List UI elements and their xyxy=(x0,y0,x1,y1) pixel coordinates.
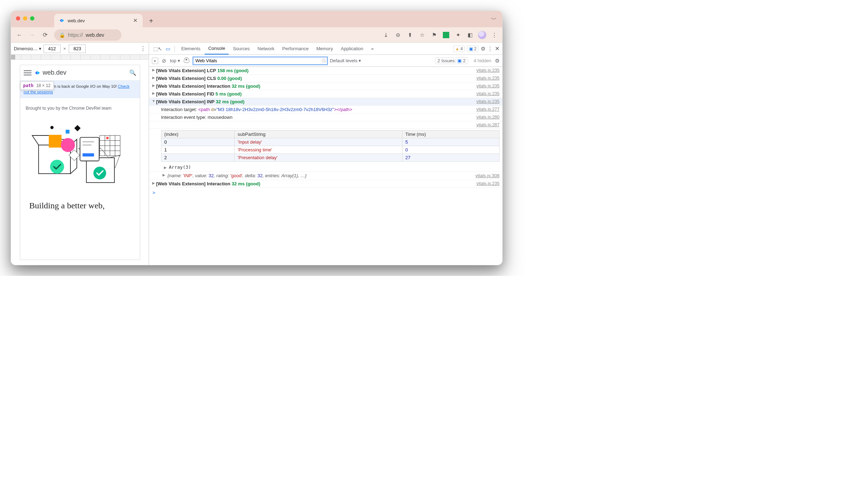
puzzle-icon[interactable]: ✦ xyxy=(453,30,463,40)
console-table: (index)subPartStringTime (ms)0'Input del… xyxy=(161,130,499,162)
source-link[interactable]: vitals.js:235 xyxy=(473,91,499,96)
svg-point-18 xyxy=(106,137,108,139)
source-link[interactable]: vitals.js:235 xyxy=(473,181,499,186)
settings-gear-icon[interactable]: ⚙ xyxy=(481,46,485,52)
device-mode-icon[interactable]: ▭ xyxy=(164,46,172,52)
disclosure-triangle-icon[interactable]: ▼ xyxy=(151,99,156,103)
tab-close-icon[interactable]: ✕ xyxy=(133,17,138,24)
profile-avatar[interactable] xyxy=(477,30,487,40)
tab-network[interactable]: Network xyxy=(254,43,278,54)
nav-reload-button[interactable]: ⟳ xyxy=(39,29,51,41)
context-dropdown[interactable]: top xyxy=(170,58,180,63)
log-levels-dropdown[interactable]: Default levels xyxy=(330,58,361,63)
browser-titlebar: web.dev ✕ + ﹀ xyxy=(11,11,502,27)
traffic-close[interactable] xyxy=(16,16,20,21)
source-link[interactable]: vitals.js:235 xyxy=(473,83,499,88)
console-filter-input[interactable] xyxy=(193,57,327,65)
url-host: web.dev xyxy=(86,32,104,38)
favicon-webdev xyxy=(59,18,65,23)
search-icon[interactable]: 🔍 xyxy=(129,69,136,76)
warnings-badge[interactable]: ▲4 xyxy=(453,46,465,52)
disclosure-triangle-icon[interactable]: ▶ xyxy=(151,91,156,95)
responsive-viewport: web.dev 🔍 path 18 × 12 The Chrome team i… xyxy=(20,65,140,260)
svg-point-20 xyxy=(50,160,64,174)
devtools-close-icon[interactable]: ✕ xyxy=(495,45,499,52)
tab-title: web.dev xyxy=(68,18,85,23)
disclosure-triangle-icon[interactable]: ▶ xyxy=(162,173,167,178)
console-row[interactable]: ▶[Web Vitals Extension] FID 5 ms (good)v… xyxy=(149,90,502,98)
console-row[interactable]: ▶[Web Vitals Extension] CLS 0.00 (good)v… xyxy=(149,75,502,82)
zoom-icon[interactable]: ⊖ xyxy=(393,30,403,40)
disclosure-triangle-icon[interactable]: ▶ xyxy=(151,76,156,80)
devtools-panel: ⬚↖ ▭ Elements Console Sources Network Pe… xyxy=(149,43,502,265)
console-prompt[interactable]: > xyxy=(149,188,502,197)
console-row[interactable]: ▶[Web Vitals Extension] Interaction 32 m… xyxy=(149,180,502,188)
console-settings-icon[interactable]: ⚙ xyxy=(495,58,499,64)
devtools-tabs: ⬚↖ ▭ Elements Console Sources Network Pe… xyxy=(149,43,502,55)
source-link[interactable]: vitals.js:235 xyxy=(473,68,499,73)
clear-console-icon[interactable]: ⊘ xyxy=(162,58,166,64)
source-link[interactable]: vitals.js:308 xyxy=(475,173,499,178)
disclosure-triangle-icon[interactable]: ▶ xyxy=(151,68,156,72)
tab-application[interactable]: Application xyxy=(337,43,367,54)
traffic-minimize[interactable] xyxy=(23,16,27,21)
device-toolbar-menu-icon[interactable]: ⋮ xyxy=(140,45,146,52)
tab-sources[interactable]: Sources xyxy=(229,43,253,54)
tab-performance[interactable]: Performance xyxy=(279,43,312,54)
svg-rect-3 xyxy=(65,130,69,134)
dimensions-dropdown[interactable]: Dimensio… xyxy=(14,46,41,51)
devtools-menu-icon[interactable]: ⋮ xyxy=(487,46,493,52)
traffic-maximize[interactable] xyxy=(30,16,34,21)
height-input[interactable] xyxy=(69,45,86,53)
disclosure-triangle-icon[interactable]: ▶ xyxy=(151,181,156,185)
tabs-chevron-icon[interactable]: ﹀ xyxy=(491,16,497,23)
console-output: ▶[Web Vitals Extension] LCP 158 ms (good… xyxy=(149,67,502,265)
share-icon[interactable]: ⬆︎ xyxy=(405,30,415,40)
hero-illustration xyxy=(26,116,134,193)
issues-badge[interactable]: 2 Issues: ▣ 2 xyxy=(435,57,468,64)
url-bar: ← → ⟳ 🔒 https://web.dev ⤓ ⊖ ⬆︎ ☆ ⚑ ✦ ◧ ⋮ xyxy=(11,27,502,43)
nav-back-button[interactable]: ← xyxy=(14,29,25,41)
console-row[interactable]: ▶[Web Vitals Extension] LCP 158 ms (good… xyxy=(149,67,502,75)
console-row[interactable]: ▼[Web Vitals Extension] INP 32 ms (good)… xyxy=(149,98,502,106)
source-link[interactable]: vitals.js:287 xyxy=(476,122,499,127)
devrel-line: Brought to you by the Chrome DevRel team xyxy=(26,106,134,111)
clear-filter-icon[interactable]: ⓧ xyxy=(322,58,326,64)
new-tab-button[interactable]: + xyxy=(146,15,156,27)
inspect-picker-icon[interactable]: ⬚↖ xyxy=(152,46,164,52)
source-link[interactable]: vitals.js:235 xyxy=(473,76,499,81)
browser-menu-icon[interactable]: ⋮ xyxy=(489,30,499,40)
preview-header: web.dev 🔍 xyxy=(20,65,140,81)
live-expression-icon[interactable] xyxy=(184,57,189,64)
messages-badge[interactable]: ▣2 xyxy=(467,46,479,52)
tab-memory[interactable]: Memory xyxy=(313,43,337,54)
preview-logo[interactable]: web.dev xyxy=(34,69,67,76)
source-link[interactable]: vitals.js:280 xyxy=(476,115,499,120)
bookmark-icon[interactable]: ☆ xyxy=(417,30,427,40)
device-toolbar-panel: Dimensio… × ⋮ web.dev 🔍 xyxy=(11,43,149,265)
tab-console[interactable]: Console xyxy=(205,43,229,54)
download-icon[interactable]: ⤓ xyxy=(381,30,391,40)
url-prefix: https:// xyxy=(68,32,83,38)
extension-green-icon[interactable] xyxy=(441,30,451,40)
width-input[interactable] xyxy=(44,45,61,53)
nav-forward-button[interactable]: → xyxy=(27,29,38,41)
disclosure-triangle-icon[interactable]: ▶ xyxy=(151,83,156,87)
disclosure-triangle-icon[interactable]: ▶ xyxy=(164,166,167,169)
omnibox[interactable]: 🔒 https://web.dev xyxy=(54,29,121,41)
sidepanel-icon[interactable]: ◧ xyxy=(465,30,475,40)
tab-elements[interactable]: Elements xyxy=(178,43,204,54)
source-link[interactable]: vitals.js:235 xyxy=(473,99,499,104)
console-row[interactable]: ▶[Web Vitals Extension] Interaction 32 m… xyxy=(149,82,502,90)
source-link[interactable]: vitals.js:277 xyxy=(476,107,499,112)
console-sidebar-toggle[interactable]: ▸ xyxy=(152,58,158,64)
svg-rect-5 xyxy=(74,125,80,132)
tabs-more-icon[interactable]: » xyxy=(367,43,377,54)
browser-tab[interactable]: web.dev ✕ xyxy=(54,14,143,27)
ruler xyxy=(11,55,149,60)
preview-headline: Building a better web, xyxy=(29,201,131,211)
console-toolbar: ▸ ⊘ top ⓧ Default levels 2 Issues: ▣ 2 4… xyxy=(149,55,502,67)
flag-icon[interactable]: ⚑ xyxy=(429,30,439,40)
hamburger-icon[interactable] xyxy=(24,70,32,75)
svg-rect-7 xyxy=(80,138,99,161)
